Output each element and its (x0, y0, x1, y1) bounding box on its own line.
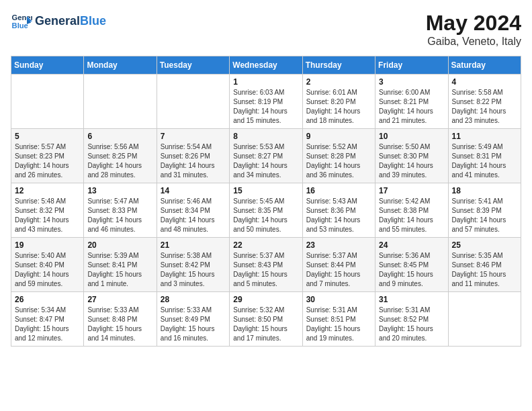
col-thursday: Thursday (302, 56, 375, 75)
table-row (11, 75, 84, 129)
table-row (448, 292, 521, 347)
table-row: 31Sunrise: 5:31 AMSunset: 8:52 PMDayligh… (375, 292, 448, 347)
day-info: Sunrise: 5:57 AMSunset: 8:23 PMDaylight:… (15, 142, 80, 180)
logo-text: GeneralBlue (35, 15, 106, 28)
table-row: 5Sunrise: 5:57 AMSunset: 8:23 PMDaylight… (11, 129, 84, 183)
day-info: Sunrise: 5:37 AMSunset: 8:44 PMDaylight:… (306, 251, 371, 289)
table-row: 7Sunrise: 5:54 AMSunset: 8:26 PMDaylight… (157, 129, 229, 183)
calendar-subtitle: Gaiba, Veneto, Italy (426, 36, 521, 48)
calendar-week-row: 12Sunrise: 5:48 AMSunset: 8:32 PMDayligh… (11, 183, 521, 238)
logo: General Blue GeneralBlue (11, 11, 106, 32)
day-number: 12 (15, 186, 80, 195)
day-info: Sunrise: 5:42 AMSunset: 8:38 PMDaylight:… (379, 197, 444, 234)
col-monday: Monday (84, 56, 157, 75)
day-number: 3 (379, 77, 444, 87)
title-block: May 2024 Gaiba, Veneto, Italy (426, 11, 521, 48)
day-info: Sunrise: 5:58 AMSunset: 8:22 PMDaylight:… (452, 88, 517, 126)
day-info: Sunrise: 5:33 AMSunset: 8:49 PMDaylight:… (161, 306, 226, 343)
day-number: 8 (233, 132, 298, 141)
col-saturday: Saturday (448, 56, 521, 75)
day-number: 10 (379, 132, 444, 141)
table-row: 28Sunrise: 5:33 AMSunset: 8:49 PMDayligh… (157, 292, 229, 347)
day-info: Sunrise: 5:46 AMSunset: 8:34 PMDaylight:… (161, 197, 226, 234)
table-row: 23Sunrise: 5:37 AMSunset: 8:44 PMDayligh… (302, 238, 375, 292)
day-info: Sunrise: 5:49 AMSunset: 8:31 PMDaylight:… (452, 142, 517, 180)
table-row: 17Sunrise: 5:42 AMSunset: 8:38 PMDayligh… (375, 183, 448, 238)
day-info: Sunrise: 5:43 AMSunset: 8:36 PMDaylight:… (306, 197, 371, 234)
col-tuesday: Tuesday (157, 56, 229, 75)
col-sunday: Sunday (11, 56, 84, 75)
day-info: Sunrise: 6:01 AMSunset: 8:20 PMDaylight:… (306, 88, 371, 126)
calendar-table: Sunday Monday Tuesday Wednesday Thursday… (11, 56, 521, 347)
col-wednesday: Wednesday (230, 56, 302, 75)
day-number: 14 (161, 186, 226, 195)
day-info: Sunrise: 5:31 AMSunset: 8:51 PMDaylight:… (306, 306, 371, 343)
table-row: 1Sunrise: 6:03 AMSunset: 8:19 PMDaylight… (230, 75, 302, 129)
calendar-title: May 2024 (426, 11, 521, 36)
table-row: 16Sunrise: 5:43 AMSunset: 8:36 PMDayligh… (302, 183, 375, 238)
header: General Blue GeneralBlue May 2024 Gaiba,… (11, 11, 521, 48)
day-number: 28 (161, 295, 226, 304)
day-number: 13 (87, 186, 152, 195)
table-row: 30Sunrise: 5:31 AMSunset: 8:51 PMDayligh… (302, 292, 375, 347)
table-row: 25Sunrise: 5:35 AMSunset: 8:46 PMDayligh… (448, 238, 521, 292)
table-row: 3Sunrise: 6:00 AMSunset: 8:21 PMDaylight… (375, 75, 448, 129)
calendar-week-row: 26Sunrise: 5:34 AMSunset: 8:47 PMDayligh… (11, 292, 521, 347)
day-number: 5 (15, 132, 80, 141)
table-row: 29Sunrise: 5:32 AMSunset: 8:50 PMDayligh… (230, 292, 302, 347)
table-row: 11Sunrise: 5:49 AMSunset: 8:31 PMDayligh… (448, 129, 521, 183)
day-number: 30 (306, 295, 371, 304)
day-number: 1 (233, 77, 298, 87)
table-row: 21Sunrise: 5:38 AMSunset: 8:42 PMDayligh… (157, 238, 229, 292)
logo-icon: General Blue (11, 11, 32, 32)
table-row: 27Sunrise: 5:33 AMSunset: 8:48 PMDayligh… (84, 292, 157, 347)
table-row: 8Sunrise: 5:53 AMSunset: 8:27 PMDaylight… (230, 129, 302, 183)
table-row: 19Sunrise: 5:40 AMSunset: 8:40 PMDayligh… (11, 238, 84, 292)
table-row: 22Sunrise: 5:37 AMSunset: 8:43 PMDayligh… (230, 238, 302, 292)
calendar-week-row: 1Sunrise: 6:03 AMSunset: 8:19 PMDaylight… (11, 75, 521, 129)
day-info: Sunrise: 5:37 AMSunset: 8:43 PMDaylight:… (233, 251, 298, 289)
svg-text:Blue: Blue (12, 21, 28, 30)
day-number: 11 (452, 132, 517, 141)
day-number: 21 (161, 240, 226, 250)
day-number: 31 (379, 295, 444, 304)
day-info: Sunrise: 5:31 AMSunset: 8:52 PMDaylight:… (379, 306, 444, 343)
day-number: 26 (15, 295, 80, 304)
table-row: 26Sunrise: 5:34 AMSunset: 8:47 PMDayligh… (11, 292, 84, 347)
table-row: 20Sunrise: 5:39 AMSunset: 8:41 PMDayligh… (84, 238, 157, 292)
day-info: Sunrise: 5:41 AMSunset: 8:39 PMDaylight:… (452, 197, 517, 234)
page: General Blue GeneralBlue May 2024 Gaiba,… (0, 0, 532, 411)
day-info: Sunrise: 5:39 AMSunset: 8:41 PMDaylight:… (87, 251, 152, 289)
day-number: 23 (306, 240, 371, 250)
day-info: Sunrise: 5:48 AMSunset: 8:32 PMDaylight:… (15, 197, 80, 234)
day-number: 27 (87, 295, 152, 304)
day-info: Sunrise: 5:36 AMSunset: 8:45 PMDaylight:… (379, 251, 444, 289)
day-number: 2 (306, 77, 371, 87)
table-row: 6Sunrise: 5:56 AMSunset: 8:25 PMDaylight… (84, 129, 157, 183)
day-info: Sunrise: 5:47 AMSunset: 8:33 PMDaylight:… (87, 197, 152, 234)
calendar-week-row: 19Sunrise: 5:40 AMSunset: 8:40 PMDayligh… (11, 238, 521, 292)
table-row: 4Sunrise: 5:58 AMSunset: 8:22 PMDaylight… (448, 75, 521, 129)
day-number: 6 (87, 132, 152, 141)
day-info: Sunrise: 5:53 AMSunset: 8:27 PMDaylight:… (233, 142, 298, 180)
day-info: Sunrise: 6:00 AMSunset: 8:21 PMDaylight:… (379, 88, 444, 126)
day-number: 25 (452, 240, 517, 250)
day-number: 17 (379, 186, 444, 195)
day-info: Sunrise: 5:54 AMSunset: 8:26 PMDaylight:… (161, 142, 226, 180)
day-number: 7 (161, 132, 226, 141)
day-number: 9 (306, 132, 371, 141)
table-row: 18Sunrise: 5:41 AMSunset: 8:39 PMDayligh… (448, 183, 521, 238)
day-number: 16 (306, 186, 371, 195)
day-number: 22 (233, 240, 298, 250)
day-number: 4 (452, 77, 517, 87)
day-info: Sunrise: 5:34 AMSunset: 8:47 PMDaylight:… (15, 306, 80, 343)
day-number: 29 (233, 295, 298, 304)
table-row: 14Sunrise: 5:46 AMSunset: 8:34 PMDayligh… (157, 183, 229, 238)
day-number: 19 (15, 240, 80, 250)
day-info: Sunrise: 5:56 AMSunset: 8:25 PMDaylight:… (87, 142, 152, 180)
day-number: 20 (87, 240, 152, 250)
calendar-header-row: Sunday Monday Tuesday Wednesday Thursday… (11, 56, 521, 75)
day-info: Sunrise: 6:03 AMSunset: 8:19 PMDaylight:… (233, 88, 298, 126)
day-info: Sunrise: 5:35 AMSunset: 8:46 PMDaylight:… (452, 251, 517, 289)
day-number: 24 (379, 240, 444, 250)
